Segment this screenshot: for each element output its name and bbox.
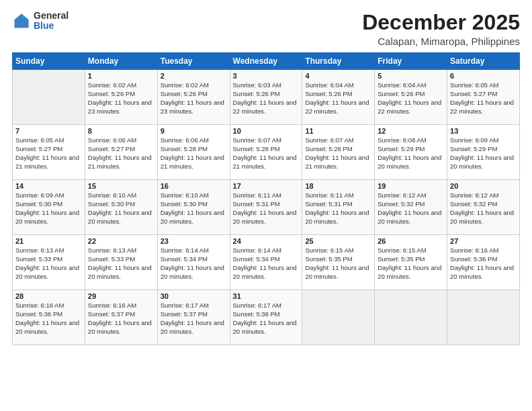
day-info: Sunrise: 6:17 AM Sunset: 5:37 PM Dayligh… — [161, 302, 227, 336]
day-number: 20 — [450, 182, 517, 190]
day-number: 19 — [378, 182, 444, 190]
day-number: 15 — [88, 182, 154, 190]
calendar-cell: 27Sunrise: 6:16 AM Sunset: 5:36 PM Dayli… — [447, 235, 520, 290]
day-info: Sunrise: 6:04 AM Sunset: 5:26 PM Dayligh… — [378, 81, 444, 116]
calendar-cell: 8Sunrise: 6:06 AM Sunset: 5:27 PM Daylig… — [85, 125, 157, 180]
header: General Blue December 2025 Calapan, Mima… — [12, 11, 520, 47]
day-info: Sunrise: 6:16 AM Sunset: 5:36 PM Dayligh… — [15, 302, 82, 336]
calendar-cell: 14Sunrise: 6:09 AM Sunset: 5:30 PM Dayli… — [13, 180, 85, 235]
calendar-cell: 2Sunrise: 6:02 AM Sunset: 5:26 PM Daylig… — [157, 70, 230, 125]
day-number: 22 — [88, 237, 154, 245]
calendar-cell: 24Sunrise: 6:14 AM Sunset: 5:34 PM Dayli… — [230, 235, 302, 290]
day-info: Sunrise: 6:07 AM Sunset: 5:28 PM Dayligh… — [233, 136, 300, 171]
day-number: 4 — [305, 72, 371, 80]
calendar-cell: 19Sunrise: 6:12 AM Sunset: 5:32 PM Dayli… — [375, 180, 447, 235]
logo-general-label: General — [34, 11, 69, 21]
calendar-week-1: 1Sunrise: 6:02 AM Sunset: 5:26 PM Daylig… — [13, 70, 520, 125]
calendar-cell: 6Sunrise: 6:05 AM Sunset: 5:27 PM Daylig… — [447, 70, 520, 125]
calendar-cell: 5Sunrise: 6:04 AM Sunset: 5:26 PM Daylig… — [375, 70, 447, 125]
day-number: 5 — [378, 72, 444, 80]
calendar-cell: 7Sunrise: 6:05 AM Sunset: 5:27 PM Daylig… — [13, 125, 85, 180]
day-info: Sunrise: 6:03 AM Sunset: 5:26 PM Dayligh… — [233, 81, 300, 116]
day-number: 23 — [161, 237, 227, 245]
day-number: 11 — [305, 127, 371, 135]
header-row: Sunday Monday Tuesday Wednesday Thursday… — [13, 53, 520, 70]
day-info: Sunrise: 6:13 AM Sunset: 5:33 PM Dayligh… — [88, 246, 154, 281]
day-info: Sunrise: 6:16 AM Sunset: 5:36 PM Dayligh… — [450, 246, 517, 281]
day-number: 31 — [233, 292, 300, 300]
day-info: Sunrise: 6:12 AM Sunset: 5:32 PM Dayligh… — [378, 191, 444, 226]
logo-blue-label: Blue — [34, 21, 69, 31]
col-thursday: Thursday — [302, 53, 375, 70]
col-monday: Monday — [85, 53, 157, 70]
day-number: 25 — [305, 237, 371, 245]
day-info: Sunrise: 6:10 AM Sunset: 5:30 PM Dayligh… — [161, 191, 227, 226]
day-info: Sunrise: 6:06 AM Sunset: 5:28 PM Dayligh… — [161, 136, 227, 171]
day-number: 18 — [305, 182, 371, 190]
logo: General Blue — [12, 11, 69, 32]
calendar-cell: 17Sunrise: 6:11 AM Sunset: 5:31 PM Dayli… — [230, 180, 302, 235]
day-info: Sunrise: 6:11 AM Sunset: 5:31 PM Dayligh… — [305, 191, 371, 226]
day-info: Sunrise: 6:12 AM Sunset: 5:32 PM Dayligh… — [450, 191, 517, 226]
day-info: Sunrise: 6:05 AM Sunset: 5:27 PM Dayligh… — [450, 81, 517, 116]
calendar-cell: 30Sunrise: 6:17 AM Sunset: 5:37 PM Dayli… — [157, 290, 230, 345]
day-number: 26 — [378, 237, 444, 245]
day-number: 12 — [378, 127, 444, 135]
calendar-cell: 21Sunrise: 6:13 AM Sunset: 5:33 PM Dayli… — [13, 235, 85, 290]
day-info: Sunrise: 6:02 AM Sunset: 5:26 PM Dayligh… — [88, 81, 154, 116]
calendar-cell: 16Sunrise: 6:10 AM Sunset: 5:30 PM Dayli… — [157, 180, 230, 235]
col-wednesday: Wednesday — [230, 53, 302, 70]
calendar-cell: 20Sunrise: 6:12 AM Sunset: 5:32 PM Dayli… — [447, 180, 520, 235]
calendar-cell: 18Sunrise: 6:11 AM Sunset: 5:31 PM Dayli… — [302, 180, 375, 235]
calendar-cell: 15Sunrise: 6:10 AM Sunset: 5:30 PM Dayli… — [85, 180, 157, 235]
calendar-cell: 12Sunrise: 6:08 AM Sunset: 5:29 PM Dayli… — [375, 125, 447, 180]
day-number: 14 — [15, 182, 82, 190]
calendar-cell: 4Sunrise: 6:04 AM Sunset: 5:26 PM Daylig… — [302, 70, 375, 125]
calendar-cell: 13Sunrise: 6:09 AM Sunset: 5:29 PM Dayli… — [447, 125, 520, 180]
day-number: 9 — [161, 127, 227, 135]
col-tuesday: Tuesday — [157, 53, 230, 70]
day-number: 6 — [450, 72, 517, 80]
day-info: Sunrise: 6:05 AM Sunset: 5:27 PM Dayligh… — [15, 136, 82, 171]
day-number: 7 — [15, 127, 82, 135]
calendar-cell: 1Sunrise: 6:02 AM Sunset: 5:26 PM Daylig… — [85, 70, 157, 125]
day-number: 2 — [161, 72, 227, 80]
calendar-cell: 29Sunrise: 6:16 AM Sunset: 5:37 PM Dayli… — [85, 290, 157, 345]
calendar-cell: 11Sunrise: 6:07 AM Sunset: 5:28 PM Dayli… — [302, 125, 375, 180]
calendar-cell: 3Sunrise: 6:03 AM Sunset: 5:26 PM Daylig… — [230, 70, 302, 125]
day-info: Sunrise: 6:07 AM Sunset: 5:28 PM Dayligh… — [305, 136, 371, 171]
title-block: December 2025 Calapan, Mimaropa, Philipp… — [362, 11, 520, 47]
day-number: 1 — [88, 72, 154, 80]
calendar-cell: 26Sunrise: 6:15 AM Sunset: 5:35 PM Dayli… — [375, 235, 447, 290]
day-info: Sunrise: 6:14 AM Sunset: 5:34 PM Dayligh… — [233, 246, 300, 281]
logo-text: General Blue — [34, 11, 69, 32]
calendar-table: Sunday Monday Tuesday Wednesday Thursday… — [12, 52, 520, 345]
day-info: Sunrise: 6:14 AM Sunset: 5:34 PM Dayligh… — [161, 246, 227, 281]
day-info: Sunrise: 6:09 AM Sunset: 5:30 PM Dayligh… — [15, 191, 82, 226]
day-number: 10 — [233, 127, 300, 135]
day-number: 27 — [450, 237, 517, 245]
day-info: Sunrise: 6:04 AM Sunset: 5:26 PM Dayligh… — [305, 81, 371, 116]
day-number: 3 — [233, 72, 300, 80]
calendar-header: Sunday Monday Tuesday Wednesday Thursday… — [13, 53, 520, 70]
calendar-cell: 10Sunrise: 6:07 AM Sunset: 5:28 PM Dayli… — [230, 125, 302, 180]
calendar-week-4: 21Sunrise: 6:13 AM Sunset: 5:33 PM Dayli… — [13, 235, 520, 290]
day-number: 28 — [15, 292, 82, 300]
calendar-cell: 9Sunrise: 6:06 AM Sunset: 5:28 PM Daylig… — [157, 125, 230, 180]
day-number: 16 — [161, 182, 227, 190]
main-title: December 2025 — [362, 11, 520, 34]
day-info: Sunrise: 6:13 AM Sunset: 5:33 PM Dayligh… — [15, 246, 82, 281]
day-info: Sunrise: 6:06 AM Sunset: 5:27 PM Dayligh… — [88, 136, 154, 171]
day-info: Sunrise: 6:08 AM Sunset: 5:29 PM Dayligh… — [378, 136, 444, 171]
col-sunday: Sunday — [13, 53, 85, 70]
day-number: 21 — [15, 237, 82, 245]
day-info: Sunrise: 6:09 AM Sunset: 5:29 PM Dayligh… — [450, 136, 517, 171]
day-number: 24 — [233, 237, 300, 245]
day-number: 30 — [161, 292, 227, 300]
calendar-body: 1Sunrise: 6:02 AM Sunset: 5:26 PM Daylig… — [13, 70, 520, 345]
col-friday: Friday — [375, 53, 447, 70]
day-info: Sunrise: 6:10 AM Sunset: 5:30 PM Dayligh… — [88, 191, 154, 226]
day-info: Sunrise: 6:17 AM Sunset: 5:38 PM Dayligh… — [233, 302, 300, 336]
day-number: 29 — [88, 292, 154, 300]
day-info: Sunrise: 6:15 AM Sunset: 5:35 PM Dayligh… — [305, 246, 371, 281]
